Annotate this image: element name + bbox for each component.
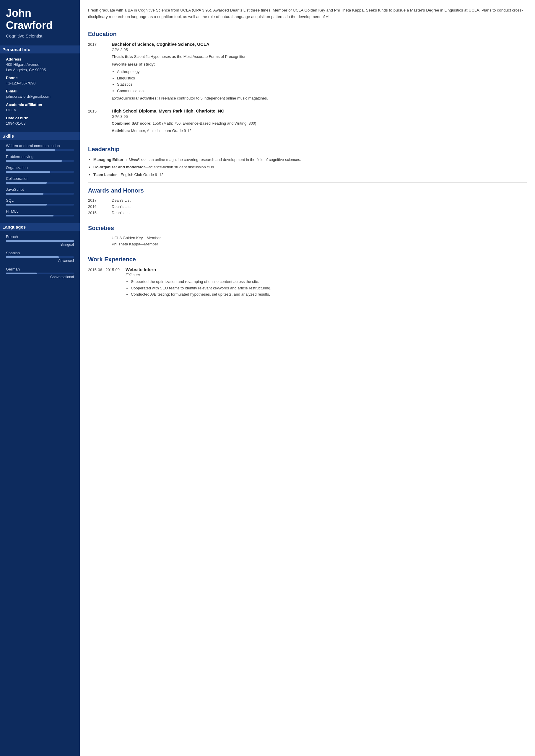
awards-list: 2017 Dean's List 2016 Dean's List 2015 D… <box>88 198 527 215</box>
award-entry: 2015 Dean's List <box>88 210 527 215</box>
language-level: Bilingual <box>6 242 74 247</box>
society-entry: Phi Theta Kappa—Member <box>88 242 527 246</box>
society-entry: UCLA Golden Key—Member <box>88 236 527 240</box>
skill-bar-fill <box>6 171 50 173</box>
society-spacer <box>88 242 106 246</box>
summary-text: Fresh graduate with a BA in Cognitive Sc… <box>88 7 527 20</box>
skill-name: JavaScript <box>6 187 74 192</box>
skill-bar-fill <box>6 149 55 151</box>
edu-title-1: Bachelor of Science, Cognitive Science, … <box>112 41 527 47</box>
sidebar-name: John Crawford <box>6 7 74 32</box>
work-title: Website Intern <box>126 267 527 272</box>
society-name: UCLA Golden Key—Member <box>112 236 161 240</box>
skill-bar-bg <box>6 204 74 205</box>
societies-heading: Societies <box>88 225 527 231</box>
skill-name: HTML5 <box>6 209 74 213</box>
work-dates: 2015-06 - 2015-09 <box>88 267 120 299</box>
work-content: Website Intern FYI.com Supported the opt… <box>126 267 527 299</box>
skill-item: Problem-solving <box>6 154 74 162</box>
dob-label: Date of birth <box>6 116 74 120</box>
phone-value: +1-123-456-7890 <box>6 81 36 85</box>
edu-extra-1: Extracurricular activities: Freelance co… <box>112 95 527 101</box>
language-level: Advanced <box>6 259 74 263</box>
affiliation-label: Academic affiliation <box>6 102 74 107</box>
edu-year-2: 2015 <box>88 108 106 136</box>
skill-bar-fill <box>6 204 47 205</box>
society-name: Phi Theta Kappa—Member <box>112 242 158 246</box>
award-year: 2016 <box>88 204 106 209</box>
language-item: French Bilingual <box>6 234 74 247</box>
work-entry: 2015-06 - 2015-09 Website Intern FYI.com… <box>88 267 527 299</box>
affiliation-item: Academic affiliation UCLA <box>6 102 74 113</box>
work-company: FYI.com <box>126 273 527 277</box>
skill-bar-bg <box>6 193 74 195</box>
skill-item: Collaboration <box>6 176 74 184</box>
skills-list: Written and oral communication Problem-s… <box>6 144 74 220</box>
award-year: 2015 <box>88 210 106 215</box>
language-bar-fill <box>6 256 59 258</box>
address-item: Address 405 Hilgard Avenue Los Angeles, … <box>6 57 74 73</box>
edu-content-2: High School Diploma, Myers Park High, Ch… <box>112 108 527 136</box>
list-item: Cooperated with SEO teams to identify re… <box>131 285 527 291</box>
phone-item: Phone +1-123-456-7890 <box>6 76 74 86</box>
edu-gpa-2: GPA 3.95 <box>112 114 527 119</box>
edu-fav-label-1: Favorite areas of study: <box>112 62 527 67</box>
skill-bar-fill <box>6 160 62 162</box>
list-item: Linguistics <box>117 75 527 81</box>
skill-name: Problem-solving <box>6 154 74 159</box>
languages-list: French Bilingual Spanish Advanced German… <box>6 234 74 283</box>
language-bar-bg <box>6 256 74 258</box>
edu-entry-1: 2017 Bachelor of Science, Cognitive Scie… <box>88 41 527 103</box>
leadership-heading: Leadership <box>88 146 527 153</box>
education-heading: Education <box>88 31 527 38</box>
affiliation-value: UCLA <box>6 108 16 112</box>
edu-fav-areas-1: Anthropology Linguistics Statistics Comm… <box>112 69 527 94</box>
edu-title-2: High School Diploma, Myers Park High, Ch… <box>112 108 527 113</box>
language-name: Spanish <box>6 251 74 255</box>
language-name: German <box>6 267 74 271</box>
skill-bar-bg <box>6 182 74 184</box>
award-entry: 2016 Dean's List <box>88 204 527 209</box>
leadership-list: Managing Editor at MindBuzz—an online ma… <box>88 157 527 178</box>
edu-gpa-1: GPA 3.95 <box>112 47 527 52</box>
work-heading: Work Experience <box>88 256 527 263</box>
list-item: Supported the optimization and revamping… <box>131 279 527 285</box>
skill-item: Organization <box>6 165 74 173</box>
skill-name: Collaboration <box>6 176 74 181</box>
edu-year-1: 2017 <box>88 41 106 103</box>
language-item: German Conversational <box>6 267 74 279</box>
skill-name: SQL <box>6 198 74 202</box>
edu-activities-2: Activities: Member, Athletics team Grade… <box>112 128 527 134</box>
email-value: john.crawford@gmail.com <box>6 94 50 99</box>
skill-name: Organization <box>6 165 74 170</box>
personal-info-section-title: Personal Info <box>0 45 80 53</box>
sidebar: John Crawford Cognitive Scientist Person… <box>0 0 80 756</box>
societies-list: UCLA Golden Key—Member Phi Theta Kappa—M… <box>88 236 527 246</box>
language-bar-bg <box>6 240 74 242</box>
list-item: Conducted A/B testing: formulated hypoth… <box>131 291 527 297</box>
language-item: Spanish Advanced <box>6 251 74 263</box>
list-item: Managing Editor at MindBuzz—an online ma… <box>93 157 527 163</box>
skill-bar-bg <box>6 171 74 173</box>
awards-heading: Awards and Honors <box>88 187 527 194</box>
work-bullets: Supported the optimization and revamping… <box>126 279 527 297</box>
email-item: E-mail john.crawford@gmail.com <box>6 89 74 99</box>
phone-label: Phone <box>6 76 74 80</box>
award-entry: 2017 Dean's List <box>88 198 527 202</box>
language-bar-bg <box>6 273 74 274</box>
skill-item: HTML5 <box>6 209 74 216</box>
skills-section-title: Skills <box>0 132 80 140</box>
skill-item: JavaScript <box>6 187 74 195</box>
language-bar-fill <box>6 273 37 274</box>
list-item: Anthropology <box>117 69 527 75</box>
skill-item: Written and oral communication <box>6 144 74 151</box>
skill-bar-fill <box>6 193 43 195</box>
language-name: French <box>6 234 74 239</box>
address-value: 405 Hilgard Avenue Los Angeles, CA 90095 <box>6 62 46 72</box>
edu-content-1: Bachelor of Science, Cognitive Science, … <box>112 41 527 103</box>
list-item: Team Leader—English Club Grade 9–12. <box>93 172 527 178</box>
skill-bar-bg <box>6 160 74 162</box>
email-label: E-mail <box>6 89 74 93</box>
work-list: 2015-06 - 2015-09 Website Intern FYI.com… <box>88 267 527 299</box>
award-name: Dean's List <box>112 198 130 202</box>
